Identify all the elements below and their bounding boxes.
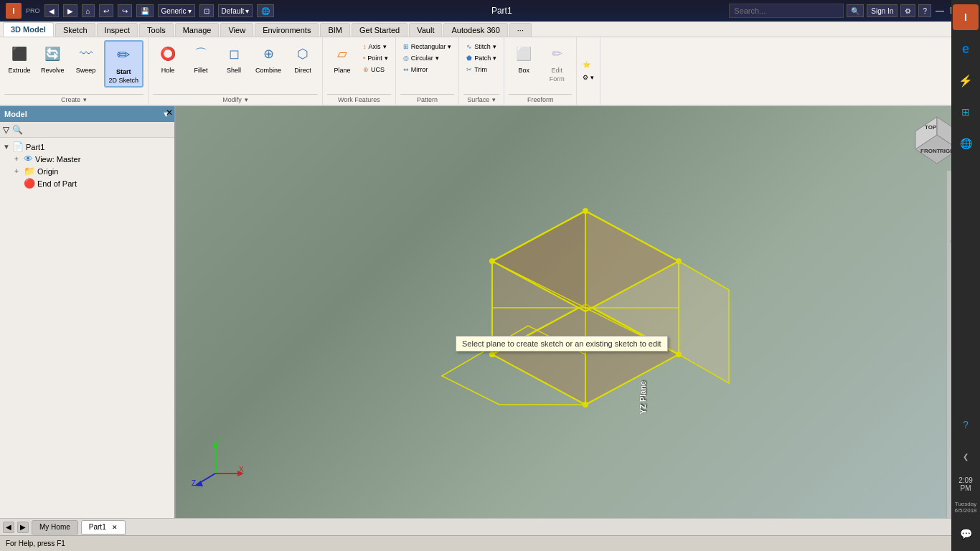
- taskbar-chevron-icon[interactable]: ❮: [953, 443, 979, 469]
- expand-origin[interactable]: +: [14, 167, 22, 175]
- globe-btn[interactable]: 🌐: [257, 4, 274, 17]
- ucs-icon: ⊕: [363, 66, 369, 73]
- tab-inspect[interactable]: Inspect: [97, 23, 138, 37]
- combine-icon: ⊕: [257, 42, 280, 65]
- taskbar-chrome-icon[interactable]: 🌐: [953, 131, 979, 156]
- tab-environments[interactable]: Environments: [255, 23, 319, 37]
- tree-item-end-of-part[interactable]: 🔴 End of Part: [3, 177, 171, 189]
- panel-close-btn[interactable]: ✕: [166, 108, 173, 118]
- ribbon-group-modify: ⭕ Hole ⌒ Fillet ◻ Shell ⊕ Combine ⬡ Dire…: [149, 37, 323, 105]
- taskbar-autodesk-icon[interactable]: I: [953, 4, 979, 30]
- tab-close-icon[interactable]: ✕: [112, 524, 118, 531]
- tab-autodesk360[interactable]: Autodesk 360: [443, 23, 507, 37]
- trim-icon: ✂: [466, 66, 472, 73]
- box-icon: ⬜: [512, 42, 535, 65]
- title-bar: I PRO ◀ ▶ ⌂ ↩ ↪ 💾 Generic▾ ⊡ Default▾ 🌐 …: [0, 0, 980, 22]
- tree-item-view-master[interactable]: + 👁 View: Master: [3, 153, 171, 165]
- tab-part1[interactable]: Part1 ✕: [81, 520, 126, 534]
- combine-btn[interactable]: ⊕ Combine: [252, 40, 285, 76]
- rectangular-icon: ⊞: [403, 43, 409, 50]
- axis-btn[interactable]: ↕ Axis ▾: [360, 42, 391, 52]
- expand-part1[interactable]: ▼: [3, 143, 10, 151]
- search-model-icon[interactable]: 🔍: [12, 125, 23, 135]
- mirror-btn[interactable]: ⇔ Mirror: [400, 65, 455, 75]
- taskbar-store-icon[interactable]: ⊞: [953, 99, 979, 125]
- tab-bim[interactable]: BIM: [320, 23, 350, 37]
- tab-sketch[interactable]: Sketch: [55, 23, 95, 37]
- tabs-bar: ◀ ▶ My Home Part1 ✕: [0, 518, 980, 535]
- rectangular-btn[interactable]: ⊞ Rectangular ▾: [400, 42, 455, 52]
- tab-vault[interactable]: Vault: [409, 23, 442, 37]
- work-features-content: ▱ Plane ↕ Axis ▾ • Point ▾ ⊕ UCS: [327, 40, 391, 93]
- tab-manage[interactable]: Manage: [175, 23, 220, 37]
- revolve-btn[interactable]: 🔄 Revolve: [37, 40, 68, 76]
- view-cube[interactable]: FRONT RIGHT TOP: [901, 113, 958, 164]
- settings-icon: ⚙: [583, 74, 588, 81]
- sign-in-btn[interactable]: Sign In: [867, 4, 897, 17]
- customize-btn[interactable]: ⚙ ▾: [580, 72, 597, 83]
- tree-item-part1[interactable]: ▼ 📄 Part1: [3, 141, 171, 153]
- taskbar-edge-icon[interactable]: e: [953, 36, 979, 62]
- shell-icon: ◻: [222, 42, 245, 65]
- help-btn[interactable]: ?: [918, 4, 931, 17]
- svg-point-9: [489, 258, 495, 264]
- plane-btn[interactable]: ▱ Plane: [327, 40, 357, 76]
- extrude-btn[interactable]: ⬛ Extrude: [4, 40, 34, 76]
- plane-icon: ▱: [331, 42, 354, 65]
- tab-extra[interactable]: ···: [509, 23, 532, 37]
- circular-btn[interactable]: ◎ Circular ▾: [400, 53, 455, 63]
- redo-btn[interactable]: ↪: [118, 4, 132, 17]
- search-input[interactable]: [729, 4, 844, 18]
- create-dropdown-icon[interactable]: ▾: [83, 96, 87, 103]
- tab-nav-left[interactable]: ◀: [3, 522, 14, 533]
- stitch-btn[interactable]: ∿ Stitch ▾: [463, 42, 499, 52]
- trim-btn[interactable]: ✂ Trim: [463, 65, 499, 75]
- ucs-btn[interactable]: ⊕ UCS: [360, 65, 391, 75]
- modify-dropdown-icon[interactable]: ▾: [245, 96, 248, 103]
- taskbar-notification-icon[interactable]: 💬: [953, 521, 979, 547]
- viewport[interactable]: YZ Plane Select plane to create sketch o…: [176, 106, 980, 518]
- direct-btn[interactable]: ⬡ Direct: [288, 40, 318, 76]
- freeform-group-content: ⬜ Box ✏ Edit Form: [509, 40, 572, 93]
- model-panel: ✕ Model ▼ ▽ 🔍 ▼ 📄 Part1 + 👁 View: Master: [0, 106, 176, 518]
- surface-group-content: ∿ Stitch ▾ ⬟ Patch ▾ ✂ Trim: [463, 40, 499, 93]
- pattern-group-label: Pattern: [400, 94, 455, 103]
- search-btn[interactable]: 🔍: [847, 4, 864, 17]
- minimize-btn[interactable]: —: [934, 5, 946, 17]
- start-sketch-btn[interactable]: ✏ Start 2D Sketch: [104, 40, 144, 88]
- profile-btn[interactable]: ⊡: [199, 4, 214, 17]
- edit-form-btn[interactable]: ✏ Edit Form: [542, 40, 572, 85]
- tab-3d-model[interactable]: 3D Model: [3, 22, 54, 37]
- taskbar-flash-icon[interactable]: ⚡: [953, 67, 979, 93]
- nav-back-btn[interactable]: ◀: [44, 4, 59, 17]
- box-btn[interactable]: ⬜ Box: [509, 40, 539, 76]
- filter-icon[interactable]: ▽: [3, 125, 9, 135]
- expand-view-master[interactable]: +: [14, 155, 22, 163]
- favorites-btn[interactable]: ⭐: [580, 60, 597, 70]
- ribbon: ⬛ Extrude 🔄 Revolve 〰 Sweep ✏ Start 2D S…: [0, 37, 980, 106]
- shell-btn[interactable]: ◻ Shell: [219, 40, 249, 76]
- tab-tools[interactable]: Tools: [139, 23, 174, 37]
- save-btn[interactable]: 💾: [136, 4, 154, 17]
- tab-view[interactable]: View: [220, 23, 253, 37]
- undo-btn[interactable]: ↩: [99, 4, 113, 17]
- tab-my-home[interactable]: My Home: [32, 520, 78, 534]
- settings-btn[interactable]: ⚙: [900, 4, 915, 17]
- nav-forward-btn[interactable]: ▶: [63, 4, 77, 17]
- surface-dropdown-icon[interactable]: ▾: [492, 96, 496, 103]
- tree-item-origin[interactable]: + 📁 Origin: [3, 165, 171, 177]
- hole-btn[interactable]: ⭕ Hole: [153, 40, 183, 76]
- tab-nav-right[interactable]: ▶: [17, 522, 29, 533]
- sweep-btn[interactable]: 〰 Sweep: [71, 40, 101, 76]
- title-bar-left: I PRO ◀ ▶ ⌂ ↩ ↪ 💾 Generic▾ ⊡ Default▾ 🌐: [6, 3, 274, 19]
- title-bar-right: 🔍 Sign In ⚙ ? — 🗖 ✕: [729, 4, 974, 18]
- generic-dropdown[interactable]: Generic▾: [158, 4, 195, 17]
- taskbar-help-icon[interactable]: ?: [953, 412, 979, 438]
- point-btn[interactable]: • Point ▾: [360, 53, 391, 63]
- default-dropdown[interactable]: Default▾: [218, 4, 253, 17]
- sketch-tooltip: Select plane to create sketch or an exis…: [456, 336, 668, 352]
- patch-btn[interactable]: ⬟ Patch ▾: [463, 53, 499, 63]
- home-btn[interactable]: ⌂: [82, 4, 95, 17]
- fillet-btn[interactable]: ⌒ Fillet: [186, 40, 216, 76]
- tab-get-started[interactable]: Get Started: [352, 23, 407, 37]
